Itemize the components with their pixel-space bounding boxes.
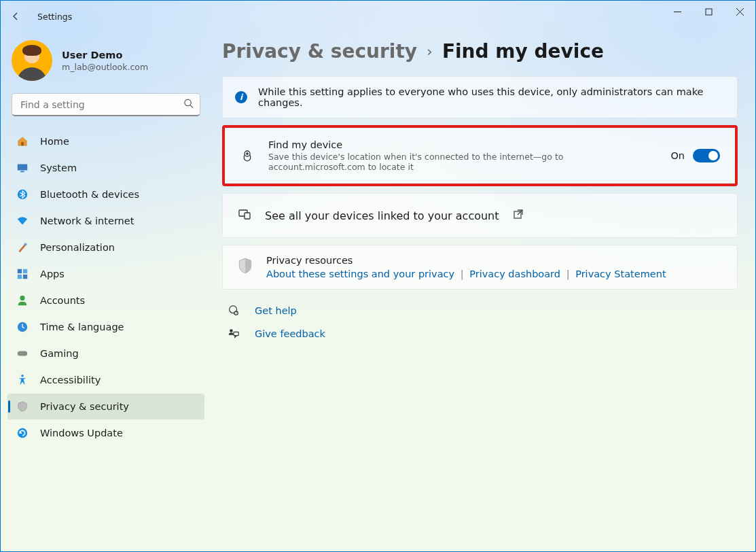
sidebar-item-time[interactable]: Time & language [7, 314, 204, 340]
svg-point-18 [21, 375, 24, 377]
find-my-device-card[interactable]: Find my device Save this device's locati… [225, 128, 735, 184]
svg-rect-30 [234, 332, 238, 335]
sidebar-nav: Home System Bluetooth & devices Network … [7, 128, 204, 446]
svg-point-21 [247, 153, 248, 154]
minimize-icon [674, 8, 681, 16]
devices-icon [238, 207, 251, 224]
search-box[interactable] [12, 93, 200, 116]
sidebar-item-label: Accessibility [40, 375, 101, 385]
info-banner: i While this setting applies to everyone… [222, 76, 738, 118]
give-feedback-row[interactable]: Give feedback [222, 322, 738, 345]
svg-rect-14 [23, 275, 27, 279]
home-icon [16, 135, 29, 148]
feedback-icon [226, 328, 241, 340]
sidebar-item-label: Privacy & security [40, 401, 129, 412]
external-link-icon [513, 209, 524, 222]
sidebar-item-label: Bluetooth & devices [40, 189, 139, 200]
privacy-resources-card: Privacy resources About these settings a… [222, 245, 738, 290]
sidebar-item-accessibility[interactable]: Accessibility [7, 367, 204, 393]
profile-email: m_lab@outlook.com [62, 62, 148, 72]
sidebar-item-gaming[interactable]: Gaming [7, 341, 204, 366]
get-help-link[interactable]: Get help [255, 305, 297, 316]
location-pin-icon [240, 149, 255, 162]
sidebar-item-label: Windows Update [40, 428, 123, 438]
link-about-settings[interactable]: About these settings and your privacy [266, 269, 454, 279]
svg-point-4 [185, 99, 191, 105]
search-icon [183, 99, 194, 111]
close-button[interactable] [724, 1, 755, 22]
sidebar-item-apps[interactable]: Apps [7, 261, 204, 287]
resources-title: Privacy resources [266, 255, 666, 266]
chevron-right-icon: › [427, 43, 433, 60]
setting-title: Find my device [268, 139, 657, 150]
svg-line-5 [190, 105, 193, 108]
svg-rect-7 [18, 165, 27, 171]
gamepad-icon [16, 347, 29, 360]
sidebar-item-label: Accounts [40, 295, 85, 306]
shield-icon [16, 400, 29, 413]
sidebar-item-label: System [40, 162, 77, 173]
sidebar-item-personalization[interactable]: Personalization [7, 235, 204, 260]
sidebar-item-label: Home [40, 136, 69, 147]
bluetooth-icon [16, 188, 29, 201]
update-icon [16, 427, 29, 439]
system-icon [16, 162, 29, 174]
sidebar-item-bluetooth[interactable]: Bluetooth & devices [7, 182, 204, 207]
sidebar-item-label: Apps [40, 269, 65, 279]
svg-point-29 [230, 329, 233, 332]
minimize-button[interactable] [662, 1, 693, 22]
sidebar-item-privacy[interactable]: Privacy & security [7, 394, 204, 419]
sidebar-item-label: Time & language [40, 322, 124, 332]
give-feedback-link[interactable]: Give feedback [255, 328, 325, 339]
sidebar-item-label: Network & internet [40, 215, 134, 226]
link-privacy-statement[interactable]: Privacy Statement [575, 269, 666, 279]
maximize-button[interactable] [693, 1, 724, 22]
svg-rect-13 [18, 275, 22, 279]
setting-description: Save this device's location when it's co… [268, 152, 657, 172]
find-my-device-toggle[interactable] [693, 149, 720, 162]
svg-rect-17 [18, 351, 27, 356]
svg-point-19 [18, 428, 27, 438]
sidebar-item-system[interactable]: System [7, 155, 204, 181]
svg-rect-8 [20, 171, 24, 173]
maximize-icon [705, 8, 713, 16]
link-label: See all your devices linked to your acco… [265, 209, 499, 222]
sidebar-item-accounts[interactable]: Accounts [7, 288, 204, 313]
breadcrumb-parent[interactable]: Privacy & security [222, 40, 417, 63]
info-banner-text: While this setting applies to everyone w… [258, 86, 725, 108]
apps-icon [16, 268, 29, 280]
back-button[interactable] [10, 11, 31, 22]
breadcrumb: Privacy & security › Find my device [222, 40, 738, 63]
person-icon [16, 294, 29, 307]
wifi-icon [16, 215, 29, 227]
profile-name: User Demo [62, 50, 148, 61]
search-input[interactable] [12, 93, 200, 116]
sidebar-item-update[interactable]: Windows Update [7, 420, 204, 446]
window-title: Settings [31, 12, 72, 22]
help-icon: ? [226, 305, 241, 317]
avatar [12, 40, 52, 81]
highlighted-setting: Find my device Save this device's locati… [222, 125, 738, 186]
profile-block[interactable]: User Demo m_lab@outlook.com [7, 36, 204, 93]
shield-icon [238, 255, 253, 277]
svg-rect-11 [18, 269, 22, 273]
page-title: Find my device [442, 40, 604, 63]
info-icon: i [235, 91, 247, 103]
sidebar-item-label: Personalization [40, 242, 115, 253]
close-icon [736, 8, 744, 16]
svg-point-15 [20, 296, 24, 300]
sidebar-item-label: Gaming [40, 348, 79, 359]
brush-icon [16, 241, 29, 254]
link-privacy-dashboard[interactable]: Privacy dashboard [469, 269, 560, 279]
svg-rect-23 [245, 213, 250, 219]
svg-rect-1 [706, 9, 712, 15]
clock-icon [16, 321, 29, 333]
svg-rect-6 [21, 142, 24, 145]
accessibility-icon [16, 374, 29, 386]
sidebar-item-network[interactable]: Network & internet [7, 208, 204, 234]
toggle-state-label: On [670, 150, 685, 161]
get-help-row[interactable]: ? Get help [222, 299, 738, 322]
sidebar-item-home[interactable]: Home [7, 128, 204, 154]
see-all-devices-card[interactable]: See all your devices linked to your acco… [222, 193, 738, 238]
svg-line-25 [518, 210, 522, 215]
